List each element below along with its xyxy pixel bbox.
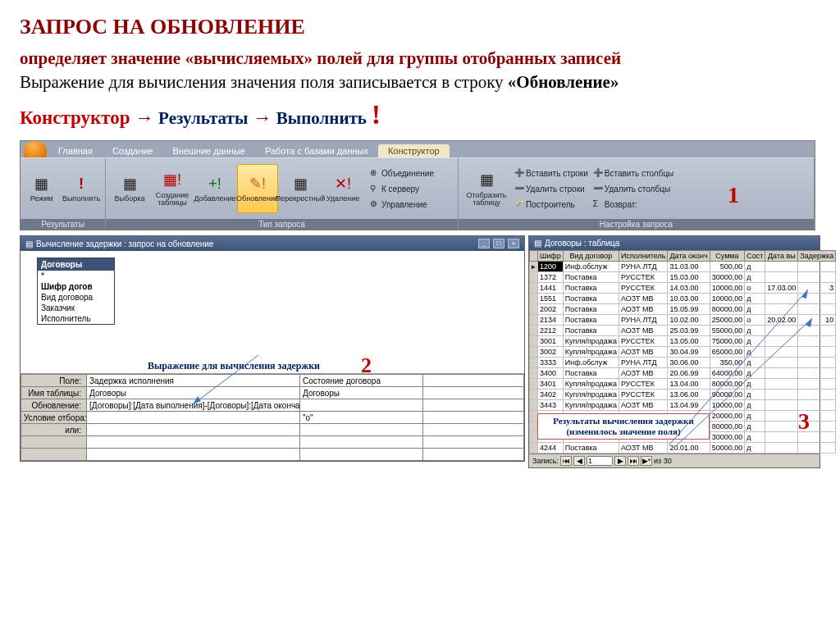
tab-design[interactable]: Конструктор bbox=[378, 144, 450, 157]
cell[interactable]: 30.04.99 bbox=[668, 347, 710, 358]
cell[interactable] bbox=[798, 272, 836, 283]
cell[interactable]: 10.02.00 bbox=[668, 315, 710, 326]
cell[interactable]: АОЗТ МВ bbox=[619, 326, 668, 336]
grid-cell[interactable]: Договоры bbox=[87, 387, 300, 399]
cell[interactable]: 14.03.00 bbox=[668, 283, 710, 294]
cell[interactable]: 3333 bbox=[538, 358, 564, 368]
nav-new-button[interactable]: ▶* bbox=[641, 456, 652, 466]
cell[interactable] bbox=[798, 304, 836, 315]
cell[interactable]: д bbox=[745, 400, 765, 411]
cell[interactable]: 13.06.00 bbox=[668, 390, 710, 400]
cell[interactable]: 55000,00 bbox=[710, 326, 745, 336]
cell[interactable] bbox=[765, 336, 798, 347]
cell[interactable]: 64000,00 bbox=[710, 368, 745, 379]
passthrough-button[interactable]: ⚲К серверу bbox=[368, 181, 436, 196]
table-row[interactable]: ▸1200Инф.обслужРУНА ЛТД31.03.00500,00д bbox=[530, 262, 836, 272]
cell[interactable]: д bbox=[745, 347, 765, 358]
union-button[interactable]: ⊕Объединение bbox=[368, 166, 436, 180]
cell[interactable]: 20.06.99 bbox=[668, 368, 710, 379]
cell[interactable]: РУНА ЛТД bbox=[619, 358, 668, 368]
column-header[interactable]: Сост bbox=[745, 251, 765, 262]
table-row[interactable]: 3001Купля/продажаРУССТЕК13.05.0075000,00… bbox=[530, 336, 836, 347]
tab-database[interactable]: Работа с базами данных bbox=[255, 144, 378, 157]
table-row[interactable]: 3002Купля/продажаАОЗТ МВ30.04.9965000,00… bbox=[530, 347, 836, 358]
column-header[interactable]: Дата вы bbox=[765, 251, 798, 262]
cell[interactable]: АОЗТ МВ bbox=[619, 294, 668, 304]
mode-button[interactable]: ▦ Режим bbox=[24, 164, 59, 213]
table-row[interactable]: 3401Купля/продажаРУССТЕК13.04.0080000,00… bbox=[530, 379, 836, 390]
cell[interactable]: Поставка bbox=[563, 443, 619, 454]
tab-create[interactable]: Создание bbox=[103, 144, 163, 157]
cell[interactable] bbox=[798, 390, 836, 400]
query-tables-pane[interactable]: Договоры * Шифр догов Вид договора Заказ… bbox=[21, 251, 524, 374]
cell[interactable]: 65000,00 bbox=[710, 347, 745, 358]
delete-cols-button[interactable]: ➖Удалить столбцы bbox=[591, 181, 675, 196]
cell[interactable] bbox=[798, 347, 836, 358]
grid-cell[interactable] bbox=[87, 424, 300, 436]
cell[interactable]: 15.03.00 bbox=[668, 272, 710, 283]
cell[interactable]: 90000,00 bbox=[710, 390, 745, 400]
field-item[interactable]: Исполнитель bbox=[38, 313, 114, 324]
cell[interactable]: Поставка bbox=[563, 326, 619, 336]
cell[interactable]: РУССТЕК bbox=[619, 390, 668, 400]
cell[interactable]: о bbox=[745, 283, 765, 294]
cell[interactable]: Инф.обслуж bbox=[563, 262, 619, 272]
column-header[interactable]: Дата оконч bbox=[668, 251, 710, 262]
query-design-grid[interactable]: Поле: Задержка исполнения Состояние дого… bbox=[21, 374, 524, 461]
table-row[interactable]: 2002ПоставкаАОЗТ МВ15.05.9980000,00д bbox=[530, 304, 836, 315]
grid-cell[interactable] bbox=[300, 424, 423, 436]
cell[interactable]: Инф.обслуж bbox=[563, 358, 619, 368]
table-row[interactable]: 1551ПоставкаАОЗТ МВ10.03.0010000,00д bbox=[530, 294, 836, 304]
delete-rows-button[interactable]: ➖Удалить строки bbox=[513, 181, 590, 196]
cell[interactable]: РУССТЕК bbox=[619, 283, 668, 294]
cell[interactable] bbox=[798, 262, 836, 272]
cell[interactable] bbox=[765, 304, 798, 315]
cell[interactable] bbox=[765, 294, 798, 304]
tab-home[interactable]: Главная bbox=[48, 144, 103, 157]
cell[interactable]: 13.05.00 bbox=[668, 336, 710, 347]
run-button[interactable]: ! Выполнить bbox=[61, 164, 102, 213]
insert-rows-button[interactable]: ➕Вставить строки bbox=[513, 166, 590, 180]
cell[interactable] bbox=[765, 379, 798, 390]
grid-cell[interactable] bbox=[300, 399, 423, 412]
cell[interactable]: 50000,00 bbox=[710, 443, 745, 454]
cell[interactable]: 20000,00 bbox=[710, 411, 745, 422]
cell[interactable] bbox=[765, 400, 798, 411]
builder-button[interactable]: 🪄Построитель bbox=[513, 197, 590, 212]
cell[interactable]: 30000,00 bbox=[710, 272, 745, 283]
cell[interactable]: д bbox=[745, 379, 765, 390]
nav-next-button[interactable]: ▶ bbox=[614, 456, 626, 466]
cell[interactable]: 13.04.99 bbox=[668, 400, 710, 411]
cell[interactable] bbox=[798, 326, 836, 336]
record-navigator[interactable]: Запись: ⏮ ◀ ▶ ⏭ ▶* из 30 bbox=[529, 454, 819, 467]
cell[interactable]: 80000,00 bbox=[710, 422, 745, 432]
cell[interactable]: д bbox=[745, 304, 765, 315]
cell[interactable]: РУССТЕК bbox=[619, 379, 668, 390]
cell[interactable] bbox=[765, 411, 798, 422]
cell[interactable]: 80000,00 bbox=[710, 379, 745, 390]
cell[interactable]: д bbox=[745, 326, 765, 336]
cell[interactable]: Поставка bbox=[563, 272, 619, 283]
cell[interactable]: 30000,00 bbox=[710, 432, 745, 443]
cell[interactable] bbox=[765, 368, 798, 379]
cell[interactable] bbox=[798, 379, 836, 390]
maketable-button[interactable]: ▦!Создание таблицы bbox=[152, 164, 193, 213]
cell[interactable]: 10000,00 bbox=[710, 400, 745, 411]
cell[interactable]: 31.03.00 bbox=[668, 262, 710, 272]
maximize-button[interactable]: □ bbox=[493, 239, 504, 248]
cell[interactable]: АОЗТ МВ bbox=[619, 443, 668, 454]
show-table-button[interactable]: ▦Отобразить таблицу bbox=[462, 164, 511, 213]
cell[interactable]: 3002 bbox=[538, 347, 564, 358]
cell[interactable]: 3401 bbox=[538, 379, 564, 390]
cell[interactable]: АОЗТ МВ bbox=[619, 304, 668, 315]
cell[interactable]: Купля/продажа bbox=[563, 379, 619, 390]
cell[interactable]: 25000,00 bbox=[710, 315, 745, 326]
cell[interactable]: 10 bbox=[798, 315, 836, 326]
table-row[interactable]: 1441ПоставкаРУССТЕК14.03.0010000,00о17.0… bbox=[530, 283, 836, 294]
cell[interactable] bbox=[765, 443, 798, 454]
table-row[interactable]: 3443Купля/продажаАОЗТ МВ13.04.9910000,00… bbox=[530, 400, 836, 411]
cell[interactable]: Купля/продажа bbox=[563, 390, 619, 400]
cell[interactable] bbox=[798, 294, 836, 304]
table-row[interactable]: 2134ПоставкаРУНА ЛТД10.02.0025000,00о20.… bbox=[530, 315, 836, 326]
cell[interactable]: 13.04.00 bbox=[668, 379, 710, 390]
